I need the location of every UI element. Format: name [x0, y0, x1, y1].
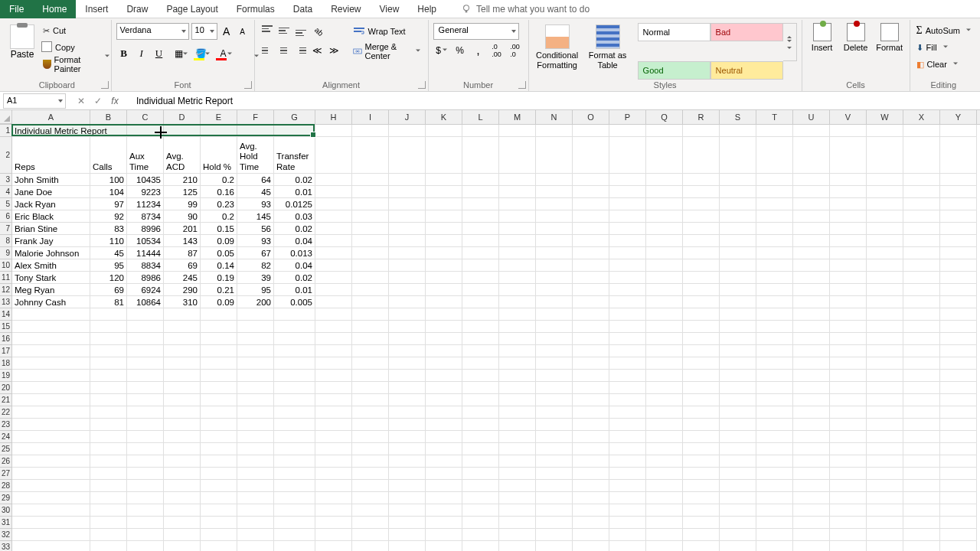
cell[interactable]	[315, 394, 352, 406]
cell[interactable]	[237, 419, 274, 431]
increase-indent-button[interactable]: ≫	[327, 43, 342, 58]
cell[interactable]	[315, 431, 352, 443]
cell[interactable]	[127, 541, 164, 551]
row-header-30[interactable]: 30	[0, 504, 12, 517]
cell[interactable]: 0.01	[274, 284, 315, 296]
cell[interactable]	[164, 333, 201, 345]
cell[interactable]	[12, 455, 90, 468]
cell[interactable]: 0.0125	[274, 198, 315, 210]
cell[interactable]	[830, 443, 867, 455]
decrease-font-button[interactable]: A	[236, 23, 250, 40]
cell[interactable]: 11234	[127, 198, 164, 210]
cell[interactable]	[389, 431, 426, 443]
orientation-button[interactable]: ab	[306, 19, 332, 44]
cell[interactable]	[793, 406, 830, 419]
cell[interactable]	[426, 394, 462, 406]
cell[interactable]	[646, 186, 683, 198]
cell[interactable]	[573, 308, 609, 321]
cell[interactable]	[646, 382, 683, 394]
cell[interactable]	[830, 321, 867, 333]
cell[interactable]	[867, 529, 903, 541]
cell[interactable]	[720, 406, 756, 419]
cell[interactable]	[903, 223, 940, 235]
cell[interactable]	[683, 174, 720, 186]
cell[interactable]	[315, 321, 352, 333]
cell[interactable]: 10864	[127, 296, 164, 308]
cell[interactable]	[274, 370, 315, 382]
cell[interactable]	[646, 174, 683, 186]
cell[interactable]: Reps	[12, 137, 90, 174]
cell[interactable]	[462, 272, 499, 284]
cell[interactable]	[426, 529, 462, 541]
cell[interactable]	[536, 357, 573, 370]
formula-input[interactable]: Individual Metric Report	[132, 94, 980, 108]
cell[interactable]	[756, 431, 793, 443]
row-header-21[interactable]: 21	[0, 394, 12, 406]
cell[interactable]	[867, 431, 903, 443]
row-header-9[interactable]: 9	[0, 247, 12, 259]
column-header-X[interactable]: X	[903, 110, 940, 124]
cell[interactable]	[462, 406, 499, 419]
cell[interactable]	[793, 198, 830, 210]
cell[interactable]: 97	[90, 198, 127, 210]
cell[interactable]	[940, 198, 977, 210]
cell[interactable]	[499, 296, 536, 308]
cell[interactable]: 0.013	[274, 247, 315, 259]
cell[interactable]	[903, 504, 940, 517]
cell[interactable]	[609, 480, 646, 492]
cell[interactable]	[720, 247, 756, 259]
cell[interactable]	[793, 223, 830, 235]
row-header-3[interactable]: 3	[0, 174, 12, 186]
cell[interactable]	[793, 174, 830, 186]
cell[interactable]	[793, 504, 830, 517]
cell[interactable]	[830, 370, 867, 382]
cell[interactable]: 110	[90, 235, 127, 247]
cell[interactable]	[720, 419, 756, 431]
cell[interactable]	[683, 198, 720, 210]
cell[interactable]	[201, 492, 237, 504]
align-left-button[interactable]	[260, 43, 275, 58]
cell[interactable]	[940, 259, 977, 272]
cell[interactable]	[12, 504, 90, 517]
row-header-4[interactable]: 4	[0, 186, 12, 198]
cell[interactable]	[646, 247, 683, 259]
cell[interactable]	[499, 504, 536, 517]
cell[interactable]	[201, 455, 237, 468]
cell[interactable]	[940, 431, 977, 443]
enter-formula-button[interactable]: ✓	[92, 96, 104, 106]
cell[interactable]	[940, 406, 977, 419]
cell[interactable]	[90, 541, 127, 551]
cell[interactable]	[573, 504, 609, 517]
cell[interactable]: 87	[164, 247, 201, 259]
cell[interactable]	[274, 492, 315, 504]
cell[interactable]	[573, 247, 609, 259]
cell[interactable]	[201, 480, 237, 492]
cell[interactable]	[609, 382, 646, 394]
cell[interactable]	[164, 480, 201, 492]
insert-function-button[interactable]: fx	[109, 96, 121, 106]
cell[interactable]	[609, 492, 646, 504]
cell[interactable]	[903, 468, 940, 480]
cell[interactable]	[274, 406, 315, 419]
row-header-12[interactable]: 12	[0, 284, 12, 296]
cell[interactable]	[201, 125, 237, 137]
worksheet-grid[interactable]: ABCDEFGHIJKLMNOPQRSTUVWXY 12345678910111…	[0, 110, 980, 551]
cell[interactable]	[720, 235, 756, 247]
cell[interactable]	[830, 406, 867, 419]
cell[interactable]	[867, 406, 903, 419]
cell[interactable]	[315, 357, 352, 370]
cell[interactable]	[756, 137, 793, 174]
cell[interactable]: 0.15	[201, 223, 237, 235]
cell[interactable]	[237, 529, 274, 541]
cell[interactable]	[830, 382, 867, 394]
cell[interactable]: 69	[164, 259, 201, 272]
cell[interactable]	[274, 504, 315, 517]
cell[interactable]	[274, 419, 315, 431]
row-header-7[interactable]: 7	[0, 223, 12, 235]
cell[interactable]	[499, 125, 536, 137]
cell[interactable]	[426, 455, 462, 468]
cell[interactable]	[940, 443, 977, 455]
cell[interactable]	[389, 235, 426, 247]
tab-insert[interactable]: Insert	[76, 0, 117, 18]
cell[interactable]	[573, 406, 609, 419]
